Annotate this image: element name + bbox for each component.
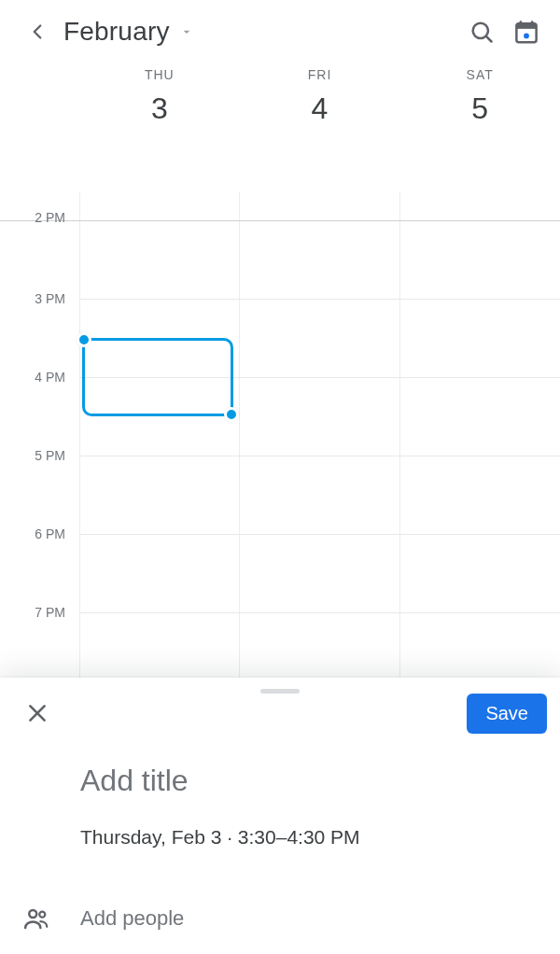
month-picker[interactable]: February [63,17,194,47]
time-label: 4 PM [0,370,65,385]
save-button[interactable]: Save [467,694,547,734]
grid-hline [79,534,560,535]
resize-handle-end[interactable] [224,407,239,422]
close-button[interactable] [21,696,54,730]
app-bar: February [0,0,560,63]
time-label: 2 PM [0,210,65,225]
search-icon [469,19,495,45]
svg-rect-5 [531,21,534,25]
day-header: THU 3 FRI 4 SAT 5 [0,63,560,166]
day-of-week-label: FRI [308,67,332,82]
grid-hline [79,456,560,456]
time-label: 7 PM [0,605,65,620]
grid-hline [0,220,560,221]
back-button[interactable] [15,9,60,54]
today-button[interactable] [504,9,549,54]
close-icon [25,701,49,725]
time-label: 6 PM [0,526,65,541]
chevron-down-icon [179,24,194,39]
event-time-text[interactable]: Thursday, Feb 3 · 3:30–4:30 PM [80,826,538,849]
time-label: 5 PM [0,448,65,463]
svg-point-6 [524,34,529,39]
add-people-row[interactable]: Add people [0,896,560,941]
new-event-sheet: Save Thursday, Feb 3 · 3:30–4:30 PM Add … [0,678,560,954]
day-of-week-label: SAT [467,67,494,82]
svg-rect-4 [520,21,523,25]
resize-handle-start[interactable] [77,332,91,347]
day-of-month-label: 3 [151,91,168,126]
event-title-input[interactable] [80,764,538,798]
people-icon [22,905,50,933]
day-of-week-label: THU [145,67,175,82]
day-column-sat[interactable]: SAT 5 [399,63,560,165]
search-button[interactable] [459,9,504,54]
time-label: 3 PM [0,291,65,306]
chevron-left-icon [25,20,49,44]
calendar-today-icon [512,18,540,46]
grid-hline [79,299,560,300]
svg-point-9 [29,910,36,918]
day-of-month-label: 5 [471,91,488,126]
svg-point-10 [39,912,45,918]
grid-hline [79,612,560,613]
day-of-month-label: 4 [312,91,329,126]
svg-line-1 [486,36,492,42]
day-column-thu[interactable]: THU 3 [79,63,240,165]
day-column-fri[interactable]: FRI 4 [240,63,400,165]
add-people-label: Add people [80,906,184,931]
new-event-block[interactable] [82,338,233,416]
month-label: February [63,17,170,47]
